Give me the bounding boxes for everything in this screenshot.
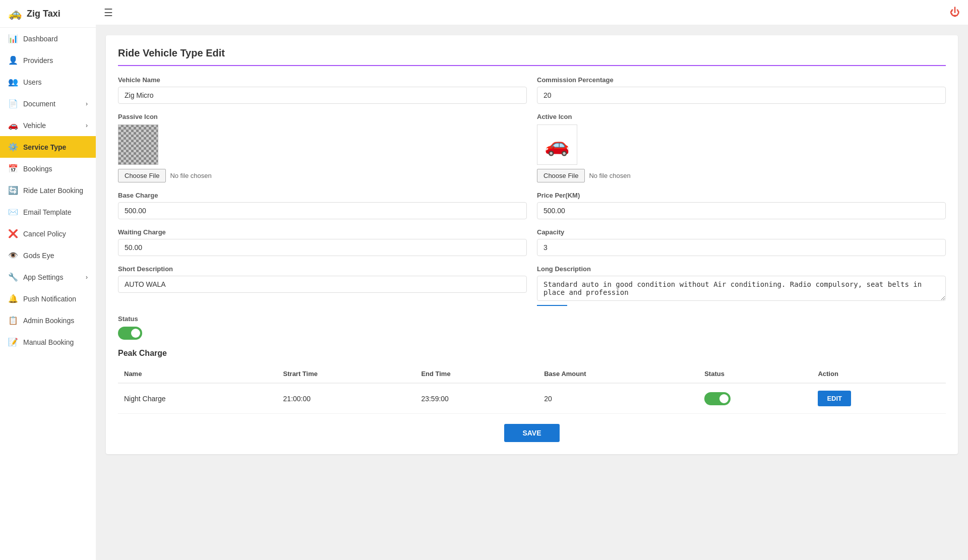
form-card: Ride Vehicle Type Edit Vehicle Name Comm… bbox=[106, 35, 958, 454]
passive-icon-group: Passive Icon Choose File No file chosen bbox=[118, 113, 527, 182]
capacity-label: Capacity bbox=[537, 228, 946, 236]
sidebar-icon-dashboard: 📊 bbox=[8, 34, 18, 43]
sidebar-item-push-notification[interactable]: 🔔 Push Notification bbox=[0, 288, 96, 309]
sidebar-item-document[interactable]: 📄 Document › bbox=[0, 93, 96, 114]
sidebar-label-bookings: Bookings bbox=[23, 165, 52, 173]
sidebar-item-email-template[interactable]: ✉️ Email Template bbox=[0, 201, 96, 223]
active-file-input-row: Choose File No file chosen bbox=[537, 169, 946, 182]
waiting-charge-group: Waiting Charge bbox=[118, 228, 527, 256]
waiting-charge-input[interactable] bbox=[118, 239, 527, 256]
long-desc-label: Long Description bbox=[537, 265, 946, 273]
main-area: ☰ ⏻ Ride Vehicle Type Edit Vehicle Name … bbox=[96, 0, 968, 560]
sidebar-label-cancel-policy: Cancel Policy bbox=[23, 230, 66, 238]
sidebar-icon-app-settings: 🔧 bbox=[8, 272, 18, 282]
row-charges: Base Charge Price Per(KM) bbox=[118, 192, 946, 219]
sidebar: 🚕 Zig Taxi 📊 Dashboard 👤 Providers 👥 Use… bbox=[0, 0, 96, 560]
logo-icon: 🚕 bbox=[8, 7, 22, 20]
sidebar-icon-email-template: ✉️ bbox=[8, 207, 18, 217]
sidebar-item-cancel-policy[interactable]: ❌ Cancel Policy bbox=[0, 223, 96, 244]
table-row: Night Charge 21:00:00 23:59:00 20 EDIT bbox=[118, 383, 946, 414]
sidebar-label-providers: Providers bbox=[23, 56, 53, 65]
save-area: SAVE bbox=[118, 424, 946, 442]
sidebar-item-manual-booking[interactable]: 📝 Manual Booking bbox=[0, 331, 96, 353]
status-toggle-slider bbox=[118, 327, 142, 340]
sidebar-item-app-settings[interactable]: 🔧 App Settings › bbox=[0, 266, 96, 288]
menu-toggle-icon[interactable]: ☰ bbox=[104, 7, 113, 19]
col-name: Name bbox=[118, 365, 277, 383]
active-icon-preview: 🚗 bbox=[537, 125, 577, 165]
sidebar-label-dashboard: Dashboard bbox=[23, 35, 58, 43]
commission-group: Commission Percentage bbox=[537, 76, 946, 104]
row-base-amount: 20 bbox=[538, 383, 698, 414]
peak-charge-title: Peak Charge bbox=[118, 349, 946, 358]
waiting-charge-label: Waiting Charge bbox=[118, 228, 527, 236]
vehicle-name-input[interactable] bbox=[118, 87, 527, 104]
sidebar-icon-bookings: 📅 bbox=[8, 164, 18, 173]
row-waiting-capacity: Waiting Charge Capacity bbox=[118, 228, 946, 256]
price-per-km-group: Price Per(KM) bbox=[537, 192, 946, 219]
checkerboard-pattern bbox=[118, 125, 158, 165]
chevron-icon-app-settings: › bbox=[86, 274, 88, 281]
logout-icon[interactable]: ⏻ bbox=[950, 7, 960, 18]
col-end-time: End Time bbox=[415, 365, 538, 383]
short-desc-input[interactable] bbox=[118, 276, 527, 293]
long-desc-underline bbox=[537, 305, 567, 306]
sidebar-icon-admin-bookings: 📋 bbox=[8, 316, 18, 325]
row-icons: Passive Icon Choose File No file chosen … bbox=[118, 113, 946, 182]
car-icon: 🚗 bbox=[544, 133, 570, 157]
sidebar-icon-ride-later: 🔄 bbox=[8, 185, 18, 195]
content-area: Ride Vehicle Type Edit Vehicle Name Comm… bbox=[96, 25, 968, 560]
peak-toggle-slider bbox=[704, 392, 731, 405]
long-desc-input[interactable] bbox=[537, 276, 946, 301]
long-desc-group: Long Description bbox=[537, 265, 946, 306]
price-per-km-input[interactable] bbox=[537, 202, 946, 219]
col-base-amount: Base Amount bbox=[538, 365, 698, 383]
sidebar-item-dashboard[interactable]: 📊 Dashboard bbox=[0, 28, 96, 49]
edit-button[interactable]: EDIT bbox=[818, 391, 851, 406]
sidebar-icon-providers: 👤 bbox=[8, 55, 18, 65]
sidebar-label-document: Document bbox=[23, 100, 55, 108]
sidebar-item-vehicle[interactable]: 🚗 Vehicle › bbox=[0, 114, 96, 136]
peak-charge-table: Name Strart Time End Time Base Amount St… bbox=[118, 365, 946, 414]
sidebar-label-vehicle: Vehicle bbox=[23, 121, 46, 130]
sidebar-item-ride-later[interactable]: 🔄 Ride Later Booking bbox=[0, 179, 96, 201]
sidebar-label-manual-booking: Manual Booking bbox=[23, 338, 74, 346]
row-start-time: 21:00:00 bbox=[277, 383, 415, 414]
short-desc-group: Short Description bbox=[118, 265, 527, 306]
row-status bbox=[698, 383, 812, 414]
sidebar-item-gods-eye[interactable]: 👁️ Gods Eye bbox=[0, 244, 96, 266]
sidebar-item-providers[interactable]: 👤 Providers bbox=[0, 49, 96, 71]
commission-input[interactable] bbox=[537, 87, 946, 104]
active-choose-file-button[interactable]: Choose File bbox=[537, 169, 585, 182]
sidebar-icon-push-notification: 🔔 bbox=[8, 294, 18, 303]
sidebar-label-service-type: Service Type bbox=[23, 143, 66, 151]
sidebar-item-users[interactable]: 👥 Users bbox=[0, 71, 96, 93]
sidebar-item-bookings[interactable]: 📅 Bookings bbox=[0, 158, 96, 179]
row-action: EDIT bbox=[812, 383, 946, 414]
sidebar-item-service-type[interactable]: ⚙️ Service Type bbox=[0, 136, 96, 158]
sidebar-icon-document: 📄 bbox=[8, 99, 18, 108]
commission-label: Commission Percentage bbox=[537, 76, 946, 84]
passive-choose-file-button[interactable]: Choose File bbox=[118, 169, 166, 182]
sidebar-label-app-settings: App Settings bbox=[23, 273, 63, 281]
active-icon-label: Active Icon bbox=[537, 113, 946, 120]
status-label: Status bbox=[118, 315, 946, 323]
status-toggle[interactable] bbox=[118, 327, 142, 340]
passive-icon-preview bbox=[118, 125, 158, 165]
active-icon-group: Active Icon 🚗 Choose File No file chosen bbox=[537, 113, 946, 182]
sidebar-item-admin-bookings[interactable]: 📋 Admin Bookings bbox=[0, 309, 96, 331]
sidebar-label-push-notification: Push Notification bbox=[23, 295, 76, 303]
sidebar-icon-vehicle: 🚗 bbox=[8, 120, 18, 130]
peak-status-toggle[interactable] bbox=[704, 392, 731, 405]
sidebar-icon-service-type: ⚙️ bbox=[8, 142, 18, 152]
save-button[interactable]: SAVE bbox=[504, 424, 559, 442]
sidebar-icon-users: 👥 bbox=[8, 77, 18, 87]
app-logo[interactable]: 🚕 Zig Taxi bbox=[0, 0, 96, 28]
row-vehicle-commission: Vehicle Name Commission Percentage bbox=[118, 76, 946, 104]
row-name: Night Charge bbox=[118, 383, 277, 414]
short-desc-label: Short Description bbox=[118, 265, 527, 273]
sidebar-label-email-template: Email Template bbox=[23, 208, 71, 216]
base-charge-input[interactable] bbox=[118, 202, 527, 219]
capacity-input[interactable] bbox=[537, 239, 946, 256]
sidebar-label-admin-bookings: Admin Bookings bbox=[23, 317, 74, 325]
